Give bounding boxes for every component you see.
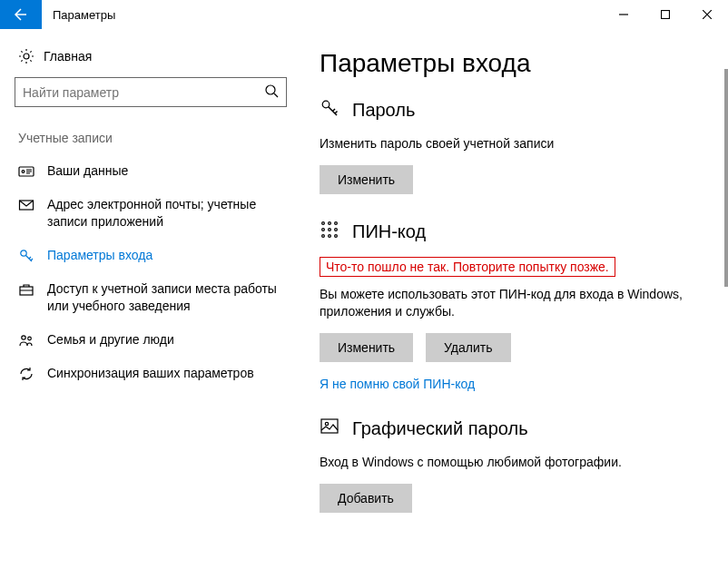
svg-point-13 (335, 221, 338, 224)
key-icon (320, 98, 339, 123)
sidebar-item-label: Параметры входа (47, 247, 283, 264)
svg-point-12 (329, 221, 331, 224)
close-button[interactable] (686, 0, 728, 29)
sidebar-item-label: Синхронизация ваших параметров (47, 365, 283, 382)
sidebar-item-your-info[interactable]: Ваши данные (15, 154, 287, 188)
keypad-icon (320, 220, 339, 244)
section-header: Учетные записи (15, 125, 287, 154)
svg-point-18 (329, 234, 331, 237)
window-title: Параметры (42, 0, 603, 29)
svg-point-11 (322, 221, 325, 224)
password-change-button[interactable]: Изменить (320, 165, 413, 194)
picture-title: Графический пароль (352, 418, 528, 439)
svg-point-4 (22, 171, 25, 173)
svg-point-14 (322, 228, 325, 231)
sidebar-item-sync[interactable]: Синхронизация ваших параметров (15, 357, 287, 390)
sidebar-item-label: Ваши данные (47, 162, 283, 180)
svg-point-19 (335, 234, 338, 237)
sidebar-item-label: Семья и другие люди (47, 331, 283, 348)
home-link[interactable]: Главная (15, 40, 287, 77)
pin-forgot-link[interactable]: Я не помню свой ПИН-код (320, 377, 475, 391)
password-desc: Изменить пароль своей учетной записи (320, 135, 704, 152)
search-input[interactable] (23, 85, 265, 100)
gear-icon (18, 48, 34, 64)
picture-password-group: Графический пароль Вход в Windows с помо… (320, 417, 704, 513)
mail-icon (18, 197, 34, 213)
titlebar: Параметры (0, 0, 728, 29)
svg-point-1 (24, 54, 29, 59)
password-group: Пароль Изменить пароль своей учетной зап… (320, 98, 704, 194)
sync-icon (18, 366, 34, 382)
maximize-button[interactable] (644, 0, 686, 29)
people-icon (18, 332, 34, 348)
svg-point-17 (322, 234, 325, 237)
arrow-left-icon (14, 7, 28, 22)
search-box[interactable] (15, 77, 287, 107)
svg-point-2 (266, 85, 275, 94)
svg-point-21 (325, 422, 328, 425)
sidebar: Главная Учетные записи Ваши данные Адрес… (0, 29, 301, 579)
svg-point-9 (28, 337, 32, 340)
back-button[interactable] (0, 0, 42, 29)
picture-add-button[interactable]: Добавить (320, 484, 412, 513)
pin-change-button[interactable]: Изменить (320, 333, 413, 362)
minimize-button[interactable] (603, 0, 644, 29)
sidebar-item-label: Адрес электронной почты; учетные записи … (47, 196, 283, 231)
window-controls (603, 0, 728, 29)
pin-desc: Вы можете использовать этот ПИН-код для … (320, 286, 704, 320)
briefcase-icon (18, 281, 34, 298)
sidebar-item-email-accounts[interactable]: Адрес электронной почты; учетные записи … (15, 188, 287, 239)
password-title: Пароль (352, 100, 415, 121)
svg-point-15 (329, 228, 331, 231)
search-icon (265, 84, 279, 101)
pin-title: ПИН-код (352, 221, 426, 242)
id-card-icon (18, 163, 34, 180)
main-content: Параметры входа Пароль Изменить пароль с… (301, 29, 728, 579)
picture-icon (320, 417, 339, 441)
sidebar-item-label: Доступ к учетной записи места работы или… (47, 280, 283, 315)
sidebar-item-family[interactable]: Семья и другие люди (15, 323, 287, 357)
svg-rect-0 (662, 11, 670, 19)
svg-point-8 (22, 335, 25, 339)
sidebar-item-work-school[interactable]: Доступ к учетной записи места работы или… (15, 272, 287, 323)
home-label: Главная (44, 49, 92, 64)
pin-delete-button[interactable]: Удалить (426, 333, 510, 362)
pin-group: ПИН-код Что-то пошло не так. Повторите п… (320, 220, 704, 391)
page-title: Параметры входа (320, 49, 704, 78)
key-icon (18, 248, 34, 264)
svg-rect-20 (321, 419, 338, 433)
pin-error-message: Что-то пошло не так. Повторите попытку п… (320, 257, 615, 277)
picture-desc: Вход в Windows с помощью любимой фотогра… (320, 454, 704, 471)
scrollbar[interactable] (724, 69, 728, 287)
sidebar-item-sign-in-options[interactable]: Параметры входа (15, 239, 287, 272)
svg-point-16 (335, 228, 338, 231)
